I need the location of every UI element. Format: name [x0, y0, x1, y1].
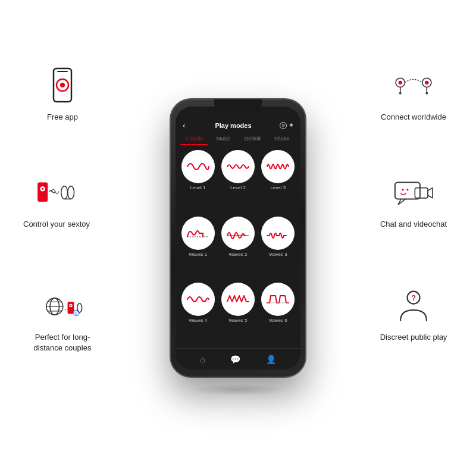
- tab-shake[interactable]: Shake: [268, 134, 296, 145]
- svg-rect-16: [68, 302, 74, 314]
- mode-level1-label: Level 1: [190, 185, 206, 190]
- phone-reflection: [190, 384, 286, 396]
- svg-point-29: [402, 189, 404, 190]
- mode-waves5-label: Waves 5: [229, 318, 248, 323]
- long-distance-label: Perfect for long-distance couples: [24, 332, 101, 353]
- nav-chat-icon[interactable]: 💬: [230, 355, 240, 364]
- header-icons: ⚙ ✱: [272, 122, 293, 129]
- connect-icon: [393, 65, 434, 107]
- svg-rect-31: [415, 187, 428, 198]
- svg-point-8: [68, 186, 74, 199]
- settings-icon[interactable]: ⚙: [280, 122, 287, 129]
- mode-waves6-label: Waves 6: [269, 318, 287, 323]
- connect-label: Connect worldwide: [381, 112, 446, 123]
- tab-music[interactable]: Music: [209, 134, 237, 145]
- chat-label: Chat and videochat: [380, 219, 447, 230]
- feature-discreet: ? Discreet public play: [375, 286, 452, 343]
- feature-free-app: Free app: [24, 65, 101, 123]
- discreet-label: Discreet public play: [380, 332, 447, 343]
- mode-waves2[interactable]: Waves 2: [219, 217, 256, 280]
- feature-long-distance: B Perfect for long-distance couples: [24, 286, 101, 353]
- svg-marker-32: [428, 187, 433, 198]
- free-app-label: Free app: [47, 112, 78, 123]
- bluetooth-icon: ✱: [289, 123, 293, 128]
- nav-home-icon[interactable]: ⌂: [200, 355, 205, 364]
- control-label: Control your sextoy: [23, 219, 90, 230]
- mode-grid: Level 1 Level 2: [176, 145, 300, 348]
- svg-point-26: [425, 80, 428, 84]
- mode-level2-label: Level 2: [230, 185, 246, 190]
- feature-control: Control your sextoy: [18, 173, 95, 230]
- tab-delimit[interactable]: Delimit: [239, 134, 267, 145]
- feature-connect: Connect worldwide: [375, 65, 452, 123]
- nav-profile-icon[interactable]: 👤: [266, 355, 276, 364]
- screen-title: Play modes: [195, 122, 272, 129]
- svg-point-23: [399, 80, 402, 84]
- mode-waves4-label: Waves 4: [189, 318, 207, 323]
- mode-level3[interactable]: Level 3: [259, 150, 297, 213]
- mode-waves1-label: Waves 1: [189, 252, 207, 257]
- discreet-icon: ?: [393, 286, 434, 327]
- mode-waves4[interactable]: Waves 4: [179, 283, 217, 346]
- phone-screen: ‹ Play modes ⚙ ✱ Classic Music Delimit S…: [176, 107, 300, 369]
- svg-point-30: [406, 189, 408, 190]
- control-icon: [36, 173, 77, 214]
- svg-rect-1: [57, 71, 68, 72]
- svg-point-24: [399, 92, 402, 94]
- svg-text:?: ?: [412, 294, 416, 302]
- free-app-icon: [42, 65, 83, 107]
- svg-point-6: [42, 187, 43, 189]
- mode-waves2-label: Waves 2: [229, 252, 248, 257]
- screen-tabs: Classic Music Delimit Shake: [176, 132, 300, 145]
- mode-level1[interactable]: Level 1: [179, 150, 217, 213]
- svg-text:B: B: [75, 311, 77, 315]
- phone-notch: [214, 99, 262, 112]
- mode-waves3[interactable]: Waves 3: [259, 217, 297, 280]
- svg-point-18: [70, 305, 71, 306]
- mode-waves5[interactable]: Waves 5: [219, 283, 256, 346]
- phone-outer: ‹ Play modes ⚙ ✱ Classic Music Delimit S…: [170, 98, 306, 378]
- chat-icon: [393, 173, 434, 214]
- mode-level2[interactable]: Level 2: [219, 150, 256, 213]
- svg-point-3: [60, 83, 65, 87]
- long-distance-icon: B: [42, 286, 83, 327]
- svg-point-27: [425, 92, 428, 94]
- svg-point-21: [77, 303, 82, 312]
- svg-rect-28: [395, 182, 420, 199]
- svg-rect-4: [37, 182, 48, 202]
- phone-bottom-nav: ⌂ 💬 👤: [176, 348, 300, 369]
- back-button[interactable]: ‹: [183, 121, 195, 130]
- phone-mockup: ‹ Play modes ⚙ ✱ Classic Music Delimit S…: [170, 98, 306, 378]
- mode-waves3-label: Waves 3: [269, 252, 287, 257]
- mode-waves1[interactable]: Waves 1: [179, 217, 217, 280]
- svg-point-7: [61, 186, 68, 199]
- feature-chat: Chat and videochat: [375, 173, 452, 230]
- tab-classic[interactable]: Classic: [180, 134, 208, 145]
- mode-level3-label: Level 3: [270, 185, 286, 190]
- mode-waves6[interactable]: Waves 6: [259, 283, 297, 346]
